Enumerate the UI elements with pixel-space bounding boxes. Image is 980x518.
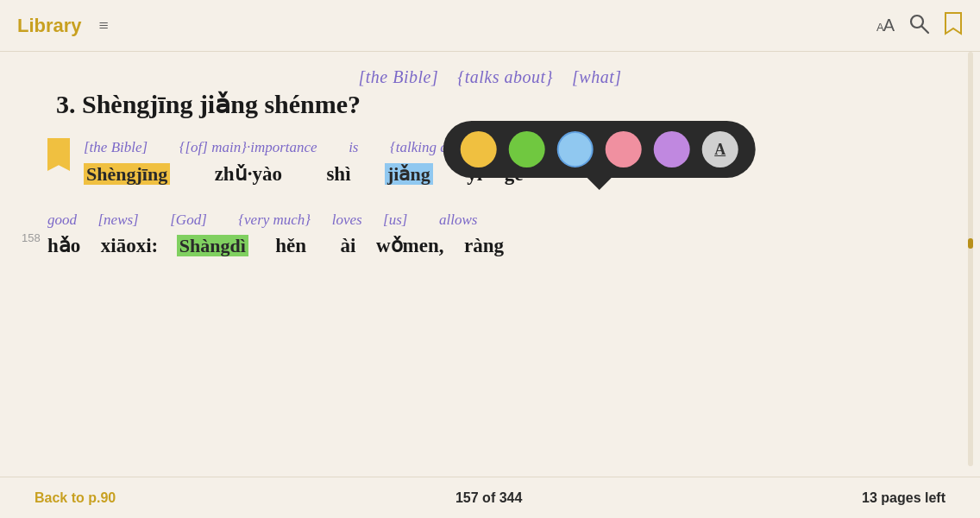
bible-bracket: [the Bible] bbox=[358, 67, 438, 86]
c2-ai: ài bbox=[341, 235, 356, 256]
g2-very-much: {very much} bbox=[238, 212, 311, 228]
c2-hen: hěn bbox=[275, 235, 306, 256]
talks-about-curly: {talks about} bbox=[457, 67, 553, 86]
what-bracket: [what] bbox=[572, 67, 621, 86]
scrollbar-track[interactable] bbox=[968, 52, 973, 466]
main-heading: 3. Shèngjīng jiǎng shénme? bbox=[47, 89, 933, 119]
g2-loves: loves bbox=[332, 212, 362, 228]
g2-god: [God] bbox=[170, 212, 207, 228]
g-of-main: {[of] main}·importance bbox=[179, 139, 317, 155]
font-size-icon[interactable]: AA bbox=[876, 16, 894, 35]
svg-line-1 bbox=[922, 26, 929, 33]
yellow-bookmark bbox=[47, 138, 70, 188]
c-shi: shì bbox=[326, 163, 350, 185]
scrollbar-thumb[interactable] bbox=[968, 238, 973, 249]
g2-good: good bbox=[47, 212, 77, 228]
color-underline[interactable]: A bbox=[702, 131, 738, 167]
c2-shangdi: Shàngdì bbox=[177, 235, 248, 256]
color-purple[interactable] bbox=[654, 131, 690, 167]
color-blue[interactable] bbox=[557, 131, 594, 167]
color-picker-popup: A bbox=[443, 121, 756, 178]
pages-remaining: 13 pages left bbox=[862, 490, 945, 506]
g2-us: [us] bbox=[383, 212, 407, 228]
c-jiang: jiǎng bbox=[385, 163, 433, 185]
header: Library ≡ AA bbox=[0, 0, 980, 52]
header-right: AA bbox=[876, 11, 963, 41]
menu-icon[interactable]: ≡ bbox=[99, 16, 109, 35]
verse2-gloss-row: good [news] [God] {very much} loves [us]… bbox=[47, 209, 933, 231]
verse2-chinese-row: hǎo xiāoxi: Shàngdì hěn ài wǒmen, ràng bbox=[47, 232, 933, 260]
c-zhuyao: zhǔ·yào bbox=[215, 163, 282, 185]
c2-rang: ràng bbox=[464, 235, 504, 256]
color-yellow[interactable] bbox=[461, 131, 497, 167]
line-number-158: 158 bbox=[22, 231, 41, 244]
library-title[interactable]: Library bbox=[17, 15, 82, 37]
bookmark-icon[interactable] bbox=[944, 11, 963, 41]
c2-hao: hǎo bbox=[47, 235, 80, 256]
g2-allows: allows bbox=[439, 212, 477, 228]
g2-news: [news] bbox=[98, 212, 139, 228]
header-left: Library ≡ bbox=[17, 15, 109, 37]
color-green[interactable] bbox=[509, 131, 545, 167]
c2-women: wǒmen, bbox=[376, 235, 444, 256]
search-icon[interactable] bbox=[908, 12, 930, 40]
c-shengjing: Shèngjīng bbox=[84, 163, 170, 185]
color-pink[interactable] bbox=[606, 131, 642, 167]
verse2-block: 158 good [news] [God] {very much} loves … bbox=[47, 209, 933, 261]
g-is: is bbox=[349, 139, 358, 155]
heading-text: 3. Shèngjīng jiǎng shénme? bbox=[56, 90, 361, 118]
back-button[interactable]: Back to p.90 bbox=[35, 490, 116, 506]
page-indicator: 157 of 344 bbox=[455, 490, 522, 506]
translation-annotation: [the Bible] {talks about} [what] bbox=[47, 67, 933, 87]
footer: Back to p.90 157 of 344 13 pages left bbox=[0, 477, 980, 518]
content-area: [the Bible] {talks about} [what] 3. Shèn… bbox=[0, 52, 980, 312]
c2-xiaoxi: xiāoxi: bbox=[101, 235, 158, 256]
g-bible: [the Bible] bbox=[84, 139, 148, 155]
